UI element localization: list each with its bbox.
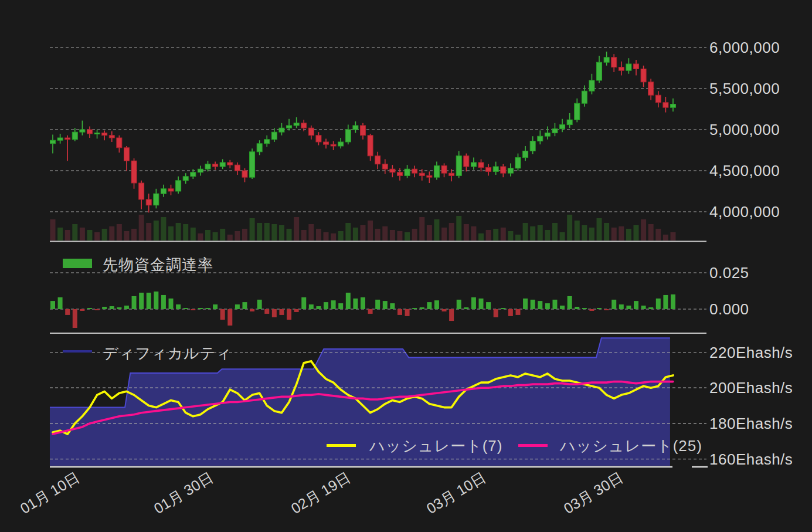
hashrate-axis-label: 160Ehash/s [709, 452, 793, 467]
funding-axis-label: 0.000 [709, 301, 749, 317]
hashrate7-legend-swatch[interactable] [327, 444, 356, 447]
funding-axis-label: 0.025 [709, 265, 749, 280]
funding-rate-series [50, 292, 675, 328]
hashrate25-legend-label[interactable]: ハッシュレート(25) [560, 438, 702, 453]
hashrate-axis-label: 220Ehash/s [709, 345, 793, 360]
price-axis-label: 5,000,000 [709, 122, 780, 137]
funding-rate-legend-label[interactable]: 先物資金調達率 [103, 257, 213, 272]
trading-chart-page: 先物資金調達率 ディフィカルティ ハッシュレート(7) ハッシュレート(25) … [0, 0, 812, 532]
volume-series [50, 215, 676, 240]
price-axis-label: 4,500,000 [709, 163, 780, 178]
price-axis-label: 6,000,000 [709, 40, 780, 55]
difficulty-legend-label[interactable]: ディフィカルティ [103, 345, 232, 361]
funding-rate-legend-swatch[interactable] [63, 259, 92, 268]
hashrate25-legend-swatch[interactable] [518, 444, 548, 447]
price-axis-label: 5,500,000 [709, 81, 780, 96]
hashrate-axis-label: 180Ehash/s [709, 416, 793, 431]
difficulty-legend-swatch[interactable] [63, 350, 92, 353]
hashrate7-legend-label[interactable]: ハッシュレート(7) [369, 438, 502, 453]
price-axis-label: 4,000,000 [709, 204, 780, 219]
hashrate-axis-label: 200Ehash/s [709, 380, 793, 395]
candlestick-series [50, 52, 676, 212]
